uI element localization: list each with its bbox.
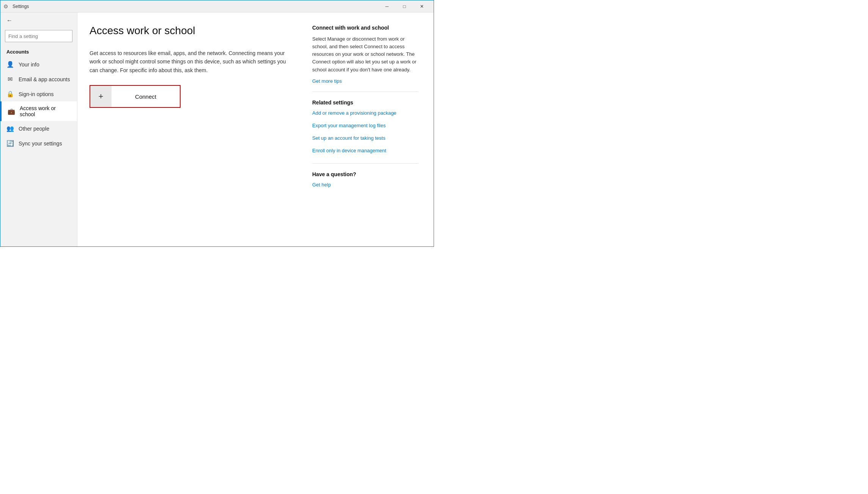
maximize-button[interactable]: □ <box>396 0 413 13</box>
minimize-button[interactable]: ─ <box>378 0 396 13</box>
sidebar-item-label: Email & app accounts <box>19 76 70 82</box>
sidebar-item-sign-in-options[interactable]: 🔒 Sign-in options <box>0 87 77 101</box>
sign-in-icon: 🔒 <box>6 90 13 98</box>
enroll-device-management-link[interactable]: Enroll only in device management <box>312 148 418 153</box>
connect-button-label: Connect <box>112 93 180 100</box>
divider-2 <box>312 163 418 164</box>
sidebar-item-other-people[interactable]: 👥 Other people <box>0 121 77 136</box>
sidebar-item-label: Other people <box>19 126 49 132</box>
sidebar: ← 🔍 Accounts 👤 Your info ✉ Email & app a… <box>0 13 77 246</box>
related-settings-links: Add or remove a provisioning package Exp… <box>312 110 418 156</box>
sidebar-item-sync-settings[interactable]: 🔄 Sync your settings <box>0 136 77 151</box>
connect-section-text: Select Manage or disconnect from work or… <box>312 35 418 74</box>
title-bar-title: Settings <box>13 4 378 9</box>
content-area: Access work or school Get access to reso… <box>77 13 434 246</box>
settings-window-icon: ⚙ <box>3 3 9 9</box>
have-question-title: Have a question? <box>312 171 418 177</box>
page-description: Get access to resources like email, apps… <box>90 49 287 74</box>
connect-plus-icon: + <box>90 86 112 107</box>
search-box[interactable]: 🔍 <box>5 30 72 42</box>
sidebar-item-label: Your info <box>19 62 39 68</box>
provisioning-package-link[interactable]: Add or remove a provisioning package <box>312 110 418 116</box>
sidebar-section-label: Accounts <box>0 45 77 57</box>
your-info-icon: 👤 <box>6 61 13 68</box>
close-button[interactable]: ✕ <box>413 0 431 13</box>
back-arrow-icon: ← <box>6 17 13 24</box>
search-input[interactable] <box>5 33 75 39</box>
right-panel: Connect with work and school Select Mana… <box>312 25 418 234</box>
get-more-tips-link[interactable]: Get more tips <box>312 78 418 84</box>
work-school-icon: 💼 <box>8 108 14 115</box>
title-bar: ⚙ Settings ─ □ ✕ <box>0 0 434 13</box>
sidebar-item-access-work-school[interactable]: 💼 Access work or school <box>0 101 77 121</box>
get-help-link[interactable]: Get help <box>312 182 418 188</box>
divider-1 <box>312 92 418 92</box>
account-for-tests-link[interactable]: Set up an account for taking tests <box>312 135 418 141</box>
other-people-icon: 👥 <box>6 125 13 132</box>
sync-icon: 🔄 <box>6 140 13 147</box>
sidebar-item-label: Sign-in options <box>19 91 54 97</box>
related-settings-title: Related settings <box>312 99 418 106</box>
window-controls: ─ □ ✕ <box>378 0 431 13</box>
connect-button[interactable]: + Connect <box>90 85 181 108</box>
sidebar-item-label: Sync your settings <box>19 140 62 147</box>
page-title: Access work or school <box>90 25 294 37</box>
connect-section-title: Connect with work and school <box>312 25 418 31</box>
back-button[interactable]: ← <box>0 13 77 28</box>
app-body: ← 🔍 Accounts 👤 Your info ✉ Email & app a… <box>0 13 434 246</box>
content-main: Access work or school Get access to reso… <box>90 25 294 234</box>
sidebar-item-your-info[interactable]: 👤 Your info <box>0 57 77 72</box>
export-log-files-link[interactable]: Export your management log files <box>312 123 418 128</box>
sidebar-item-email-app-accounts[interactable]: ✉ Email & app accounts <box>0 72 77 87</box>
sidebar-item-label: Access work or school <box>20 105 71 117</box>
email-icon: ✉ <box>6 76 13 83</box>
